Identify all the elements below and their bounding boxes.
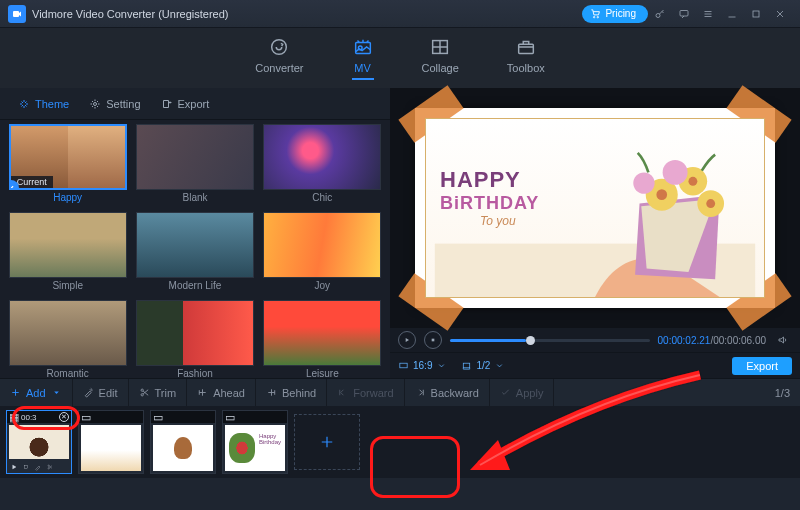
theme-happy[interactable]: Current Happy — [6, 124, 129, 210]
key-icon[interactable] — [648, 2, 672, 26]
theme-romantic[interactable]: Romantic — [6, 300, 129, 378]
clip-3[interactable]: ▭ — [150, 410, 216, 474]
backward-icon — [415, 387, 426, 398]
svg-point-16 — [663, 160, 688, 185]
sparkle-icon — [18, 98, 30, 110]
nav-toolbox[interactable]: Toolbox — [507, 36, 545, 80]
maximize-button[interactable] — [744, 2, 768, 26]
theme-simple[interactable]: Simple — [6, 212, 129, 298]
app-logo — [8, 5, 26, 23]
export-button[interactable]: Export — [732, 357, 792, 375]
edit-small-icon[interactable] — [34, 463, 42, 471]
image-icon: ▭ — [225, 412, 235, 422]
pricing-button[interactable]: Pricing — [582, 5, 648, 23]
svg-point-19 — [688, 177, 697, 186]
theme-fashion[interactable]: Fashion — [133, 300, 256, 378]
stop-button[interactable] — [424, 331, 442, 349]
converter-icon — [268, 36, 290, 58]
svg-point-11 — [94, 102, 97, 105]
theme-leisure[interactable]: Leisure — [261, 300, 384, 378]
page-indicator: 1/3 — [765, 387, 800, 399]
chevron-down-icon — [494, 360, 505, 371]
svg-point-27 — [48, 465, 49, 466]
nav-converter[interactable]: Converter — [255, 36, 303, 80]
plus-icon — [10, 387, 21, 398]
clip-4[interactable]: ▭ HappyBirthday — [222, 410, 288, 474]
svg-point-2 — [598, 16, 599, 17]
edit-button[interactable]: Edit — [73, 379, 129, 406]
gear-icon — [89, 98, 101, 110]
tab-setting[interactable]: Setting — [79, 92, 150, 116]
forward-button[interactable]: Forward — [327, 379, 404, 406]
behind-button[interactable]: Behind — [256, 379, 327, 406]
svg-point-18 — [656, 189, 667, 200]
svg-rect-21 — [432, 339, 435, 342]
image-icon: ▭ — [81, 412, 91, 422]
ahead-button[interactable]: Ahead — [187, 379, 256, 406]
apply-button[interactable]: Apply — [490, 379, 555, 406]
add-button[interactable]: Add — [0, 379, 73, 406]
toolbox-icon — [515, 36, 537, 58]
menu-icon[interactable] — [696, 2, 720, 26]
check-icon — [500, 387, 511, 398]
nav-collage[interactable]: Collage — [422, 36, 459, 80]
backward-button[interactable]: Backward — [405, 379, 490, 406]
minimize-button[interactable] — [720, 2, 744, 26]
app-title: Vidmore Video Converter (Unregistered) — [32, 8, 228, 20]
clip-2[interactable]: ▭ — [78, 410, 144, 474]
clip-1[interactable]: ▦00:3✕ — [6, 410, 72, 474]
forward-icon — [337, 387, 348, 398]
seek-slider[interactable] — [450, 339, 650, 342]
wand-icon — [83, 387, 94, 398]
svg-point-25 — [141, 394, 143, 396]
behind-icon — [266, 387, 277, 398]
svg-rect-26 — [24, 465, 27, 468]
theme-grid: Current Happy Blank Chic Simple Modern L… — [0, 120, 390, 378]
volume-icon[interactable] — [774, 328, 792, 352]
svg-rect-5 — [753, 11, 759, 17]
export-icon — [161, 98, 173, 110]
theme-blank[interactable]: Blank — [133, 124, 256, 210]
svg-point-17 — [633, 172, 654, 193]
aspect-ratio-select[interactable]: 16:9 — [398, 360, 447, 371]
chevron-down-icon — [436, 360, 447, 371]
svg-point-28 — [48, 468, 49, 469]
nav-mv[interactable]: MV — [352, 36, 374, 80]
ahead-icon — [197, 387, 208, 398]
close-button[interactable] — [768, 2, 792, 26]
svg-point-6 — [272, 40, 287, 55]
scissors-icon — [139, 387, 150, 398]
add-clip-placeholder[interactable] — [294, 414, 360, 470]
feedback-icon[interactable] — [672, 2, 696, 26]
svg-point-3 — [656, 13, 660, 17]
film-icon: ▦ — [9, 412, 19, 422]
svg-rect-0 — [13, 11, 19, 17]
mv-icon — [352, 36, 374, 58]
trim-small-icon[interactable] — [46, 463, 54, 471]
svg-rect-23 — [464, 363, 470, 368]
tab-theme[interactable]: Theme — [8, 92, 79, 116]
svg-point-1 — [594, 16, 595, 17]
svg-rect-4 — [680, 10, 688, 16]
theme-modern-life[interactable]: Modern Life — [133, 212, 256, 298]
trim-button[interactable]: Trim — [129, 379, 188, 406]
svg-rect-10 — [518, 44, 533, 53]
theme-chic[interactable]: Chic — [261, 124, 384, 210]
play-small-icon[interactable] — [10, 463, 18, 471]
preview-area: HAPPY BiRTHDAY To you — [390, 88, 800, 328]
play-button[interactable] — [398, 331, 416, 349]
info-small-icon[interactable] — [22, 463, 30, 471]
svg-point-20 — [706, 199, 715, 208]
svg-point-24 — [141, 389, 143, 391]
time-display: 00:00:02.21/00:00:06.00 — [658, 335, 766, 346]
image-icon: ▭ — [153, 412, 163, 422]
theme-joy[interactable]: Joy — [261, 212, 384, 298]
collage-icon — [429, 36, 451, 58]
remove-clip-icon[interactable]: ✕ — [59, 412, 69, 422]
svg-rect-22 — [400, 363, 407, 368]
zoom-select[interactable]: 1/2 — [461, 360, 505, 371]
caret-down-icon — [51, 387, 62, 398]
tab-export[interactable]: Export — [151, 92, 220, 116]
